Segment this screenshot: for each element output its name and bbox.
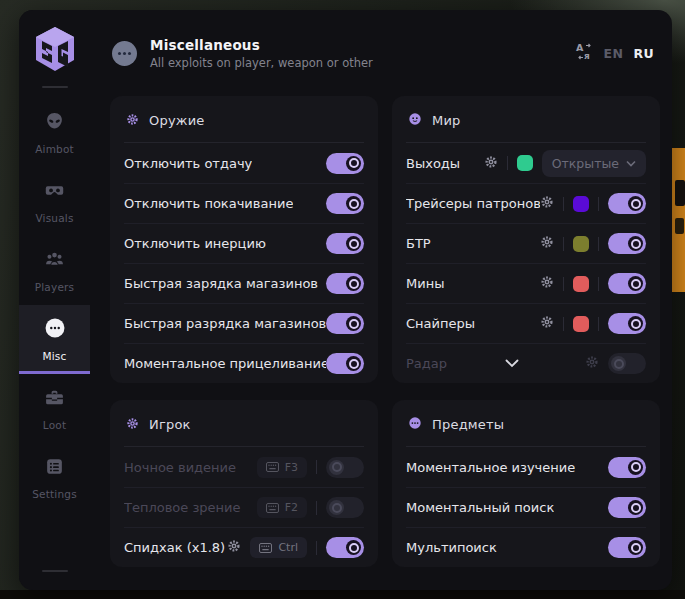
lang-en-button[interactable]: EN [604, 46, 624, 61]
row-multi-search: Мультипоиск [406, 527, 646, 567]
alien-icon [44, 111, 65, 136]
keyboard-icon [259, 543, 272, 553]
toggle-switch[interactable] [326, 273, 364, 294]
sidebar-item-label: Visuals [35, 212, 73, 224]
sidebar-item-aimbot[interactable]: Aimbot [19, 98, 90, 167]
keyboard-icon [266, 503, 279, 513]
svg-text:я: я [584, 51, 590, 61]
chevron-down-icon [626, 160, 636, 167]
toggle-switch[interactable] [326, 497, 364, 518]
section-player: Игрок Ночное видение F3 [110, 400, 378, 567]
row-instant-examine: Моментальное изучение [406, 447, 646, 487]
gear-icon[interactable] [540, 274, 554, 293]
toggle-switch[interactable] [326, 153, 364, 174]
gear-icon[interactable] [540, 194, 554, 213]
misc-circle-icon [112, 41, 137, 66]
row-thermal-vision: Тепловое зрение F2 [124, 487, 364, 527]
row-bullet-tracers: Трейсеры патронов [406, 183, 646, 223]
color-swatch[interactable] [573, 196, 589, 212]
page-subtitle: All exploits on player, weapon or other [150, 56, 373, 70]
toggle-switch[interactable] [608, 273, 646, 294]
toggle-switch[interactable] [326, 193, 364, 214]
row-speedhack: Спидхак (x1.8) Ctrl [124, 527, 364, 567]
color-swatch[interactable] [573, 276, 589, 292]
toggle-switch[interactable] [326, 537, 364, 558]
sidebar-item-visuals[interactable]: Visuals [19, 167, 90, 236]
section-items: Предметы Моментальное изучение Моменталь… [392, 400, 660, 567]
section-title: Мир [432, 113, 461, 128]
toggle-switch[interactable] [608, 497, 646, 518]
section-title: Игрок [149, 417, 191, 432]
row-no-sway: Отключить покачивание [124, 183, 364, 223]
sidebar-item-settings[interactable]: Settings [19, 443, 90, 512]
sidebar-item-label: Settings [32, 488, 77, 500]
section-weapon: Оружие Отключить отдачу Отключить покачи… [110, 96, 378, 383]
players-icon [44, 249, 65, 274]
color-swatch[interactable] [517, 155, 533, 171]
lang-ru-button[interactable]: RU [633, 46, 654, 61]
sidebar-item-label: Misc [42, 350, 66, 362]
toggle-switch[interactable] [608, 537, 646, 558]
ellipsis-circle-icon [44, 317, 66, 343]
sidebar-item-label: Players [35, 281, 75, 293]
svg-text:A: A [576, 42, 584, 53]
settings-list-icon [44, 456, 65, 481]
toggle-switch[interactable] [608, 313, 646, 334]
sidebar-item-loot[interactable]: Loot [19, 374, 90, 443]
sidebar: Aimbot Visuals [19, 10, 90, 590]
keybind-badge[interactable]: F3 [257, 457, 307, 478]
row-fast-reload: Быстрая зарядка магазинов [124, 263, 364, 303]
row-snipers: Снайперы [406, 303, 646, 343]
gear-icon[interactable] [540, 314, 554, 333]
row-exits: Выходы Открытые [406, 143, 646, 183]
gear-icon[interactable] [227, 538, 241, 557]
row-btr: БТР [406, 223, 646, 263]
toggle-switch[interactable] [608, 193, 646, 214]
section-title: Оружие [149, 113, 205, 128]
toggle-switch[interactable] [326, 353, 364, 374]
sidebar-item-label: Aimbot [35, 143, 74, 155]
background-ground [0, 590, 685, 599]
background-orange-sign [672, 148, 685, 292]
toolbox-icon [44, 387, 65, 412]
toggle-switch[interactable] [608, 457, 646, 478]
keyboard-icon [266, 462, 279, 472]
toggle-switch[interactable] [326, 233, 364, 254]
gear-icon[interactable] [540, 234, 554, 253]
keybind-badge[interactable]: Ctrl [250, 537, 307, 558]
row-no-inertia: Отключить инерцию [124, 223, 364, 263]
row-radar: Радар [406, 343, 646, 383]
translate-icon: A я [575, 42, 594, 65]
app-logo-icon [32, 24, 78, 74]
sidebar-nav: Aimbot Visuals [19, 98, 90, 512]
row-instant-ads: Моментальное прицеливание [124, 343, 364, 383]
gear-icon[interactable] [484, 154, 498, 173]
row-night-vision: Ночное видение F3 [124, 447, 364, 487]
sidebar-divider [42, 86, 68, 88]
keybind-badge[interactable]: F2 [257, 497, 307, 518]
row-no-recoil: Отключить отдачу [124, 143, 364, 183]
sidebar-item-label: Loot [43, 419, 66, 431]
toggle-switch[interactable] [608, 233, 646, 254]
content: Miscellaneous All exploits on player, we… [90, 10, 672, 590]
section-world: Мир Выходы Открытые [392, 96, 660, 383]
page-title: Miscellaneous [150, 37, 373, 53]
gear-icon[interactable] [585, 354, 599, 373]
exits-dropdown[interactable]: Открытые [542, 150, 646, 177]
toggle-switch[interactable] [326, 313, 364, 334]
toggle-switch[interactable] [326, 457, 364, 478]
row-mines: Мины [406, 263, 646, 303]
color-swatch[interactable] [573, 236, 589, 252]
chevron-down-icon[interactable] [505, 359, 519, 368]
color-swatch[interactable] [573, 316, 589, 332]
sidebar-bottom-divider [42, 570, 68, 572]
sidebar-item-players[interactable]: Players [19, 236, 90, 305]
sidebar-item-misc[interactable]: Misc [19, 305, 90, 374]
items-icon [408, 415, 422, 434]
toggle-switch[interactable] [608, 353, 646, 374]
page-header: Miscellaneous All exploits on player, we… [90, 10, 672, 96]
cheat-menu-window: Aimbot Visuals [19, 10, 672, 590]
gear-section-icon [126, 415, 139, 434]
row-fast-unload: Быстрая разрядка магазинов [124, 303, 364, 343]
world-icon [408, 111, 422, 130]
